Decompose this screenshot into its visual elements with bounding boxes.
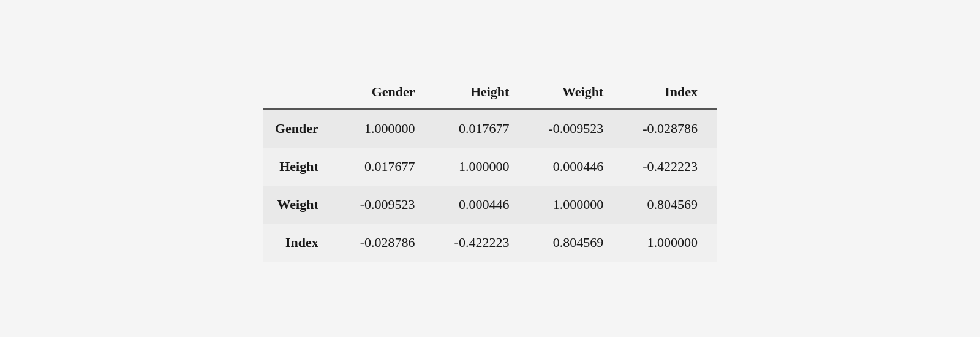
row-label-weight: Weight (263, 186, 341, 224)
header-empty (263, 75, 341, 109)
row-label-gender: Gender (263, 109, 341, 148)
cell-weight-weight: 1.000000 (529, 186, 623, 224)
cell-gender-height: 0.017677 (435, 109, 529, 148)
correlation-table: Gender Height Weight Index Gender 1.0000… (263, 75, 717, 262)
cell-height-weight: 0.000446 (529, 148, 623, 186)
header-height: Height (435, 75, 529, 109)
cell-index-gender: -0.028786 (341, 224, 435, 262)
cell-gender-gender: 1.000000 (341, 109, 435, 148)
table-header-row: Gender Height Weight Index (263, 75, 717, 109)
cell-gender-weight: -0.009523 (529, 109, 623, 148)
cell-height-index: -0.422223 (623, 148, 717, 186)
header-gender: Gender (341, 75, 435, 109)
correlation-matrix-container: Gender Height Weight Index Gender 1.0000… (226, 63, 754, 274)
table-row: Index -0.028786 -0.422223 0.804569 1.000… (263, 224, 717, 262)
table-row: Gender 1.000000 0.017677 -0.009523 -0.02… (263, 109, 717, 148)
cell-index-weight: 0.804569 (529, 224, 623, 262)
cell-height-height: 1.000000 (435, 148, 529, 186)
row-label-index: Index (263, 224, 341, 262)
row-label-height: Height (263, 148, 341, 186)
table-row: Weight -0.009523 0.000446 1.000000 0.804… (263, 186, 717, 224)
cell-weight-gender: -0.009523 (341, 186, 435, 224)
cell-index-height: -0.422223 (435, 224, 529, 262)
cell-weight-height: 0.000446 (435, 186, 529, 224)
cell-gender-index: -0.028786 (623, 109, 717, 148)
cell-height-gender: 0.017677 (341, 148, 435, 186)
header-weight: Weight (529, 75, 623, 109)
header-index: Index (623, 75, 717, 109)
cell-weight-index: 0.804569 (623, 186, 717, 224)
cell-index-index: 1.000000 (623, 224, 717, 262)
table-row: Height 0.017677 1.000000 0.000446 -0.422… (263, 148, 717, 186)
